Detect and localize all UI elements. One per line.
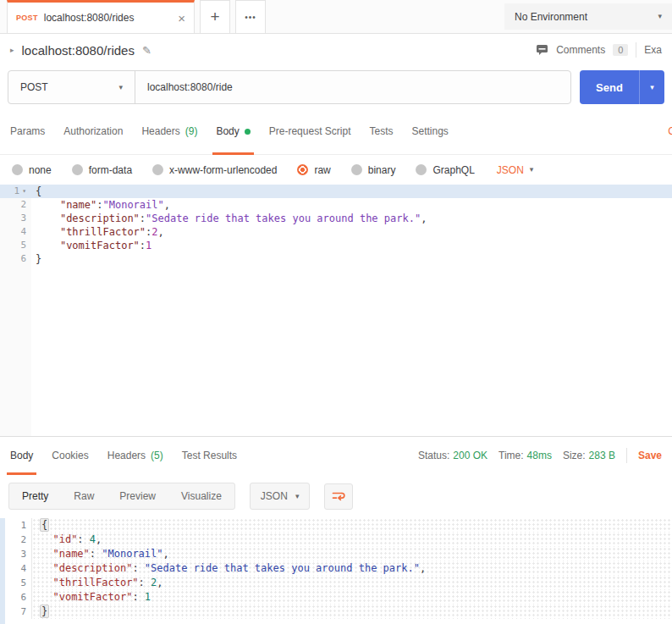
code-text: } <box>32 605 672 619</box>
line-number: 4 <box>0 225 31 239</box>
radio-label: none <box>29 164 52 176</box>
environment-selector[interactable]: No Environment ▾ <box>504 3 672 30</box>
line-number-text: 5 <box>20 239 26 252</box>
response-tab-body[interactable]: Body <box>10 437 33 474</box>
request-tab[interactable]: POST localhost:8080/rides × <box>7 0 195 33</box>
close-icon[interactable]: × <box>178 12 185 25</box>
url-box: POST ▾ <box>8 70 571 104</box>
code-line[interactable]: 1{ <box>5 518 672 533</box>
chevron-right-icon[interactable]: ▸ <box>10 46 14 54</box>
response-toolbar: PrettyRawPreviewVisualize JSON ▾ <box>0 474 672 518</box>
divider <box>626 448 627 463</box>
tab-label: Params <box>10 125 45 137</box>
chevron-down-icon: ▾ <box>530 166 534 174</box>
code-text: "name": "Monorail", <box>32 547 672 561</box>
tab-headers[interactable]: Headers(9) <box>141 108 197 154</box>
line-number: 2 <box>5 533 32 547</box>
radio-icon <box>297 164 308 175</box>
body-filled-dot-icon <box>245 129 251 135</box>
comments-icon <box>536 44 548 56</box>
more-tabs-button[interactable]: ••• <box>235 0 266 33</box>
tab-title: localhost:8080/rides <box>44 12 173 24</box>
save-response-button[interactable]: Save <box>638 450 662 461</box>
meta-value: 48ms <box>527 450 552 461</box>
tab-pre-request-script[interactable]: Pre-request Script <box>269 108 351 154</box>
code-line[interactable]: 3 "name": "Monorail", <box>5 547 672 561</box>
method-label: POST <box>20 81 118 93</box>
ellipsis-icon: ••• <box>245 13 256 22</box>
code-line[interactable]: 4 "thrillFactor":2, <box>0 225 672 239</box>
meta-size: Size:283 B <box>563 450 615 461</box>
response-tab-test-results[interactable]: Test Results <box>182 437 237 474</box>
line-number: 1▾ <box>0 185 31 198</box>
line-number: 1 <box>5 518 32 533</box>
body-type-none[interactable]: none <box>12 164 52 176</box>
line-number-text: 4 <box>20 561 26 576</box>
tab-label: Authorization <box>63 125 123 137</box>
chevron-down-icon: ▾ <box>118 84 123 91</box>
code-text: { <box>32 518 672 533</box>
code-line[interactable]: 6 "vomitFactor": 1 <box>5 590 672 605</box>
view-tab-preview[interactable]: Preview <box>107 483 168 509</box>
line-number-text: 1 <box>20 518 26 533</box>
fold-caret-icon[interactable]: ▾ <box>22 185 26 198</box>
meta-value: 283 B <box>589 450 615 461</box>
code-text: "id": 4, <box>32 533 672 547</box>
response-tab-cookies[interactable]: Cookies <box>52 437 88 474</box>
wrap-lines-button[interactable] <box>324 483 353 510</box>
radio-icon <box>416 164 427 175</box>
line-number-text: 6 <box>20 252 26 266</box>
send-button[interactable]: Send <box>580 70 639 104</box>
tab-params[interactable]: Params <box>10 108 45 154</box>
line-number: 4 <box>5 561 32 576</box>
tab-tests[interactable]: Tests <box>369 108 393 154</box>
view-tab-visualize[interactable]: Visualize <box>168 483 234 509</box>
code-line[interactable]: 1▾{ <box>0 185 672 198</box>
meta-label: Status: <box>418 450 449 461</box>
new-tab-button[interactable]: + <box>200 0 230 33</box>
request-body-editor[interactable]: 1▾{2 "name":"Monorail",3 "description":"… <box>0 185 672 436</box>
environment-label: No Environment <box>515 11 658 23</box>
line-number-text: 4 <box>20 225 26 239</box>
meta-value: 200 OK <box>453 450 487 461</box>
code-line[interactable]: 5 "thrillFactor": 2, <box>5 576 672 590</box>
body-type-graphql[interactable]: GraphQL <box>416 164 474 176</box>
radio-icon <box>351 164 362 175</box>
code-text: { <box>31 185 672 198</box>
body-type-raw[interactable]: raw <box>297 164 330 176</box>
examples-link[interactable]: Exa <box>644 44 662 56</box>
body-type-form-data[interactable]: form-data <box>72 164 132 176</box>
code-line[interactable]: 3 "description":"Sedate ride that takes … <box>0 212 672 225</box>
view-tab-pretty[interactable]: Pretty <box>9 483 61 509</box>
tab-count: (5) <box>151 450 163 461</box>
response-language-select[interactable]: JSON ▾ <box>250 483 311 510</box>
code-line[interactable]: 7} <box>5 605 672 619</box>
tab-authorization[interactable]: Authorization <box>63 108 123 154</box>
body-language-select[interactable]: JSON ▾ <box>497 164 534 176</box>
radio-label: GraphQL <box>432 164 474 176</box>
cookies-link[interactable]: C <box>668 125 672 137</box>
wrap-text-icon <box>332 490 345 502</box>
tab-label: Tests <box>369 125 393 137</box>
url-input[interactable] <box>135 71 570 103</box>
response-body-viewer[interactable]: 1{2 "id": 4,3 "name": "Monorail",4 "desc… <box>0 518 672 624</box>
tab-body[interactable]: Body <box>216 108 250 154</box>
response-tab-headers[interactable]: Headers(5) <box>107 437 163 474</box>
comments-link[interactable]: Comments <box>556 44 605 56</box>
body-language-label: JSON <box>497 164 524 176</box>
radio-label: raw <box>314 164 330 176</box>
body-type-binary[interactable]: binary <box>351 164 396 176</box>
method-select[interactable]: POST ▾ <box>8 71 135 103</box>
body-type-x-www-form-urlencoded[interactable]: x-www-form-urlencoded <box>152 164 277 176</box>
tab-label: Settings <box>412 125 449 137</box>
code-line[interactable]: 6} <box>0 252 672 266</box>
radio-label: form-data <box>89 164 132 176</box>
code-line[interactable]: 2 "name":"Monorail", <box>0 198 672 212</box>
edit-name-icon[interactable]: ✎ <box>142 44 151 57</box>
view-tab-raw[interactable]: Raw <box>61 483 107 509</box>
code-line[interactable]: 2 "id": 4, <box>5 533 672 547</box>
code-line[interactable]: 5 "vomitFactor":1 <box>0 239 672 252</box>
tab-settings[interactable]: Settings <box>412 108 449 154</box>
code-line[interactable]: 4 "description": "Sedate ride that takes… <box>5 561 672 576</box>
send-options-button[interactable]: ▾ <box>639 70 664 104</box>
